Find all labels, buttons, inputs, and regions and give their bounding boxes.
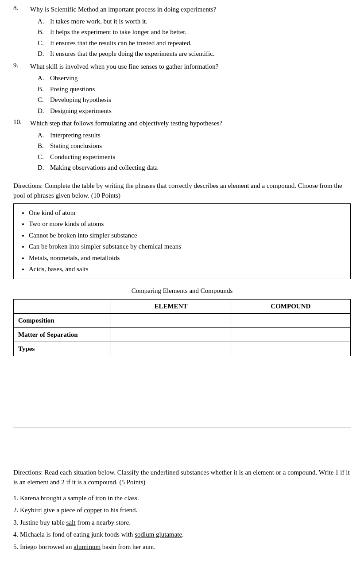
sit4-num: 4. [13,531,18,538]
sit5-underlined: aluminum [74,543,101,550]
sit2-underlined: copper [84,506,102,514]
q8-choice-a-text: It takes more work, but it is worth it. [50,16,351,27]
sit4-underlined: sodium glutamate [135,531,182,538]
q9-choice-a-letter: A. [38,73,50,83]
row-separation-element[interactable] [111,327,231,342]
directions2-text: Directions: Read each situation below. C… [13,467,351,487]
sit1-after: in the class. [106,495,139,502]
sit2-before: Keybird give a piece of [20,506,84,514]
spacer2 [13,383,351,396]
table-row-composition: Composition [14,313,351,327]
pool-item-1: One kind of atom [29,207,344,219]
row-types-element[interactable] [111,342,231,356]
directions2-section: Directions: Read each situation below. C… [13,467,351,487]
q9-choice-b-text: Posing questions [50,84,351,94]
question-8: 8. Why is Scientific Method an important… [13,4,351,59]
q9-number: 9. [13,62,30,72]
spacer5 [13,454,351,467]
pool-item-6: Acids, bases, and salts [29,264,344,275]
q9-choice-c-text: Developing hypothesis [50,95,351,105]
q10-choice-b-text: Stating conclusions [50,141,351,151]
sit3-after: from a nearby store. [75,519,131,526]
page-divider [13,427,351,428]
situation-1: 1. Karena brought a sample of iron in th… [13,493,351,504]
q10-choice-b-letter: B. [38,141,50,151]
row-label-separation: Matter of Separation [14,327,111,342]
sit5-before: Iniego borrowed an [20,543,74,550]
situation-5: 5. Iniego borrowed an aluminum basin fro… [13,541,351,553]
questions-section: 8. Why is Scientific Method an important… [13,4,351,173]
q10-choice-a-text: Interpreting results [50,130,351,140]
q10-choice-c-text: Conducting experiments [50,152,351,162]
q10-choice-d-text: Making observations and collecting data [50,163,351,173]
row-label-types: Types [14,342,111,356]
q9-choice-c-letter: C. [38,95,50,105]
pool-item-2: Two or more kinds of atoms [29,218,344,230]
sit1-before: Karena brought a sample of [20,495,95,502]
q10-choice-c-letter: C. [38,152,50,162]
col-header-element: ELEMENT [111,299,231,313]
row-separation-compound[interactable] [231,327,350,342]
q8-choice-d-letter: D. [38,49,50,59]
q10-choice-d-letter: D. [38,163,50,173]
spacer3 [13,396,351,409]
q8-choices: A. It takes more work, but it is worth i… [38,16,351,59]
q10-number: 10. [13,118,30,129]
sit2-after: to his friend. [102,506,137,514]
col-header-compound: COMPOUND [231,299,350,313]
directions1-text: Directions: Complete the table by writin… [13,181,351,201]
q9-choices: A. Observing B. Posing questions C. Deve… [38,73,351,116]
row-composition-element[interactable] [111,313,231,327]
table-title: Comparing Elements and Compounds [13,287,351,295]
compare-table: ELEMENT COMPOUND Composition Matter of S… [13,299,351,356]
question-10: 10. Which step that follows formulating … [13,118,351,173]
q9-choice-d-letter: D. [38,106,50,116]
q8-choice-b-text: It helps the experiment to take longer a… [50,27,351,37]
q8-choice-b-letter: B. [38,27,50,37]
row-types-compound[interactable] [231,342,350,356]
sit3-before: Justine buy table [20,519,66,526]
sit3-num: 3. [13,519,18,526]
pool-item-4: Can be broken into simpler substance by … [29,241,344,253]
pool-item-5: Metals, nonmetals, and metalloids [29,253,344,264]
col-header-empty [14,299,111,313]
q10-text: Which step that follows formulating and … [30,118,351,129]
q9-choice-b-letter: B. [38,84,50,94]
spacer4 [13,441,351,454]
situation-4: 4. Michaela is fond of eating junk foods… [13,529,351,541]
row-label-composition: Composition [14,313,111,327]
sit4-after: . [182,531,184,538]
q10-choice-a-letter: A. [38,130,50,140]
sit1-underlined: iron [95,495,106,502]
sit4-before: Michaela is fond of eating junk foods wi… [20,531,135,538]
pool-item-3: Cannot be broken into simpler substance [29,230,344,241]
spacer1 [13,370,351,383]
situation-3: 3. Justine buy table salt from a nearby … [13,517,351,529]
question-9: 9. What skill is involved when you use f… [13,62,351,116]
table-row-separation: Matter of Separation [14,327,351,342]
sit2-num: 2. [13,506,18,514]
q9-choice-d-text: Designing experiments [50,106,351,116]
situations-section: 1. Karena brought a sample of iron in th… [13,493,351,553]
pool-list: One kind of atom Two or more kinds of at… [20,207,344,275]
q9-choice-a-text: Observing [50,73,351,83]
q9-text: What skill is involved when you use fine… [30,62,351,72]
q8-choice-c-text: It ensures that the results can be trust… [50,38,351,48]
pool-box: One kind of atom Two or more kinds of at… [13,203,351,279]
q10-choices: A. Interpreting results B. Stating concl… [38,130,351,173]
table-header-row: ELEMENT COMPOUND [14,299,351,313]
q8-choice-d-text: It ensures that the people doing the exp… [50,49,351,59]
situation-2: 2. Keybird give a piece of copper to his… [13,505,351,516]
directions1-section: Directions: Complete the table by writin… [13,181,351,279]
table-row-types: Types [14,342,351,356]
q8-choice-c-letter: C. [38,38,50,48]
q8-choice-a-letter: A. [38,16,50,27]
sit5-num: 5. [13,543,18,550]
sit1-num: 1. [13,495,18,502]
main-content: 8. Why is Scientific Method an important… [13,4,351,553]
q8-number: 8. [13,4,30,15]
q8-text: Why is Scientific Method an important pr… [30,4,351,15]
row-composition-compound[interactable] [231,313,350,327]
sit3-underlined: salt [66,519,76,526]
sit5-after: basin from her aunt. [101,543,156,550]
